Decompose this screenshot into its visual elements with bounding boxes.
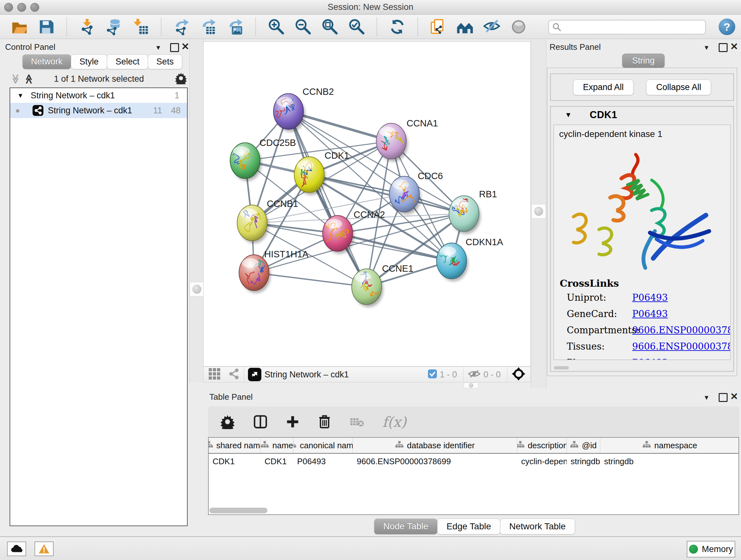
right-splitter-handle[interactable] <box>531 204 546 219</box>
node-CCNE1[interactable]: CCNE1 <box>352 263 413 307</box>
network-canvas[interactable]: CCNB2 CCNA1 CDC25B CDK1 CDC6 <box>203 42 531 367</box>
crosslink-link[interactable]: P06493 <box>632 308 731 319</box>
open-session-icon[interactable] <box>11 18 28 36</box>
node-table[interactable]: shared namenamecanonical namedatabase id… <box>208 437 739 515</box>
table-cell[interactable]: cyclin-dependent ... <box>517 456 567 466</box>
duplicate-network-icon[interactable] <box>429 18 447 36</box>
collapse-all-button[interactable]: Collapse All <box>646 79 711 95</box>
refresh-icon[interactable] <box>389 18 406 36</box>
node-result-body: cyclin-dependent kinase 1 CrossLinks Uni… <box>553 125 731 360</box>
node-CDC6[interactable]: CDC6 <box>389 171 443 214</box>
table-hscrollbar-thumb[interactable] <box>209 508 267 513</box>
edge-CCNB2-CCNE1[interactable] <box>288 111 367 287</box>
left-splitter-handle[interactable] <box>190 282 204 297</box>
table-panel-float-icon[interactable] <box>719 392 728 402</box>
zoom-selected-icon[interactable] <box>348 18 365 36</box>
results-panel-menu-icon[interactable]: ▼ <box>703 43 710 52</box>
export-table-icon[interactable] <box>200 18 217 36</box>
zoom-fit-icon[interactable] <box>321 18 338 36</box>
tab-select[interactable]: Select <box>107 54 148 69</box>
right-splitter[interactable] <box>531 39 546 388</box>
tab-string[interactable]: String <box>622 54 665 68</box>
column-header-shared-name[interactable]: shared name <box>209 438 261 453</box>
table-cell[interactable]: P06493 <box>293 456 353 466</box>
save-session-icon[interactable] <box>38 18 55 36</box>
memory-button[interactable]: Memory <box>687 541 735 557</box>
application-window: Session: New Session ? Control Panel ▼ ✕… <box>0 0 741 560</box>
show-graphics-details-icon[interactable] <box>510 18 527 36</box>
table-cell[interactable]: CDK1 <box>209 456 261 466</box>
tab-node-table[interactable]: Node Table <box>374 518 437 535</box>
crosslink-link[interactable]: P06493 <box>632 292 731 303</box>
node-result-header[interactable]: ▼ CDK1 <box>551 107 733 123</box>
birdseye-view-button[interactable] <box>248 368 261 381</box>
expand-all-button[interactable]: Expand All <box>573 79 634 95</box>
search-box[interactable] <box>548 20 706 35</box>
import-table-file-icon[interactable] <box>132 18 149 36</box>
first-neighbors-icon[interactable] <box>456 18 474 36</box>
table-panel-close-icon[interactable]: ✕ <box>730 391 738 402</box>
network-tree: ▼ String Network – cdk1 1 ● String Netwo… <box>10 87 188 526</box>
column-header-database-identifier[interactable]: database identifier <box>353 438 517 453</box>
zoom-in-icon[interactable] <box>267 18 285 36</box>
delete-column-icon[interactable] <box>318 415 331 429</box>
show-column-panel-icon[interactable] <box>253 415 267 429</box>
export-image-icon[interactable] <box>226 18 244 36</box>
network-row[interactable]: ● String Network – cdk1 11 48 <box>10 103 187 118</box>
create-column-icon[interactable] <box>286 415 299 428</box>
crosslink-link[interactable]: 9606.ENSP00000378699 <box>632 325 731 335</box>
grid-view-icon[interactable] <box>208 368 221 381</box>
bottom-splitter-handle[interactable] <box>464 382 478 388</box>
tab-sets[interactable]: Sets <box>148 54 182 69</box>
column-header-namespace[interactable]: namespace <box>600 438 739 453</box>
zoom-out-icon[interactable] <box>294 18 312 36</box>
column-header--id[interactable]: @id <box>567 438 600 453</box>
node-RB1[interactable]: RB1 <box>449 189 497 234</box>
hide-selected-icon[interactable] <box>483 18 500 36</box>
search-input[interactable] <box>564 21 705 34</box>
table-cell[interactable]: stringdb:9... <box>567 456 600 466</box>
results-panel-float-icon[interactable] <box>719 43 728 52</box>
node-CCNA1[interactable]: CCNA1 <box>376 118 438 162</box>
control-panel-menu-icon[interactable]: ▼ <box>155 43 161 52</box>
fit-selected-crosshair-icon[interactable] <box>511 367 526 382</box>
tab-network[interactable]: Network <box>22 54 71 69</box>
edge-HIST1H1A-CCNE1[interactable] <box>254 273 367 287</box>
tab-network-table[interactable]: Network Table <box>500 518 575 535</box>
table-cell[interactable]: stringdb <box>600 456 739 466</box>
crosslink-link[interactable]: P06493 <box>632 357 731 360</box>
network-collection-row[interactable]: ▼ String Network – cdk1 1 <box>10 88 187 103</box>
collection-disclosure-icon[interactable]: ▼ <box>17 88 23 103</box>
results-scrollbar-thumb[interactable] <box>554 366 569 369</box>
selected-nodes-checkbox[interactable] <box>428 369 437 380</box>
results-panel-title: Results Panel <box>549 42 601 52</box>
table-row[interactable]: CDK1CDK1P064939606.ENSP00000378699cyclin… <box>209 454 738 469</box>
import-network-database-icon[interactable] <box>105 18 123 36</box>
node-CDKN1A[interactable]: CDKN1A <box>436 237 503 281</box>
control-panel-float-icon[interactable] <box>170 43 179 52</box>
column-header-description[interactable]: description <box>517 438 567 453</box>
warnings-button[interactable] <box>35 542 54 556</box>
table-panel-title: Table Panel <box>209 392 253 402</box>
hidden-eye-icon[interactable] <box>468 368 481 381</box>
help-button[interactable]: ? <box>719 18 735 35</box>
table-panel-menu-icon[interactable]: ▼ <box>703 393 710 401</box>
table-cell[interactable]: CDK1 <box>261 456 293 466</box>
table-options-gear-icon[interactable] <box>220 415 235 429</box>
node-HIST1H1A[interactable]: HIST1H1A <box>239 249 309 293</box>
tab-edge-table[interactable]: Edge Table <box>437 518 500 535</box>
node-disclosure-icon[interactable]: ▼ <box>565 111 572 119</box>
network-options-gear-icon[interactable] <box>175 72 187 86</box>
table-cell[interactable]: 9606.ENSP00000378699 <box>353 456 517 466</box>
tab-style[interactable]: Style <box>71 54 107 69</box>
share-network-icon[interactable] <box>228 368 240 381</box>
control-panel-close-icon[interactable]: ✕ <box>181 41 189 52</box>
column-header-name[interactable]: name <box>261 438 293 453</box>
export-network-icon[interactable] <box>173 18 190 36</box>
crosslink-link[interactable]: 9606.ENSP00000378699 <box>632 341 731 352</box>
cloud-button[interactable] <box>7 542 26 556</box>
results-panel-close-icon[interactable]: ✕ <box>730 41 738 52</box>
import-network-file-icon[interactable] <box>78 18 96 36</box>
column-header-canonical-name[interactable]: canonical name <box>293 438 353 453</box>
left-splitter[interactable] <box>189 39 204 382</box>
